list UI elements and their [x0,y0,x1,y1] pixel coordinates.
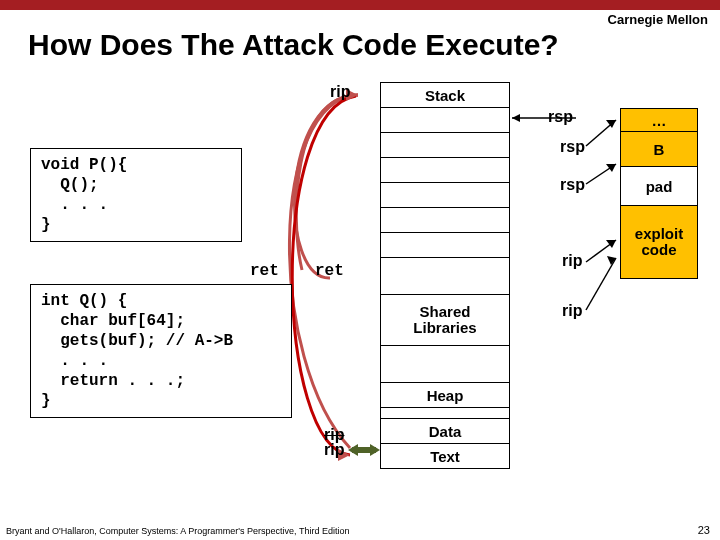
pointer-arrows [0,0,720,540]
rip-label-right-1: rip [562,252,582,270]
rsp-label-1: rsp [548,108,573,126]
rip-label-right-2: rip [562,302,582,320]
page-number: 23 [698,524,710,536]
rsp-label-2: rsp [560,138,585,156]
footer-citation: Bryant and O'Hallaron, Computer Systems:… [6,526,349,536]
svg-line-13 [586,258,616,310]
rsp-label-3: rsp [560,176,585,194]
svg-marker-10 [606,164,616,172]
svg-marker-6 [512,114,520,122]
